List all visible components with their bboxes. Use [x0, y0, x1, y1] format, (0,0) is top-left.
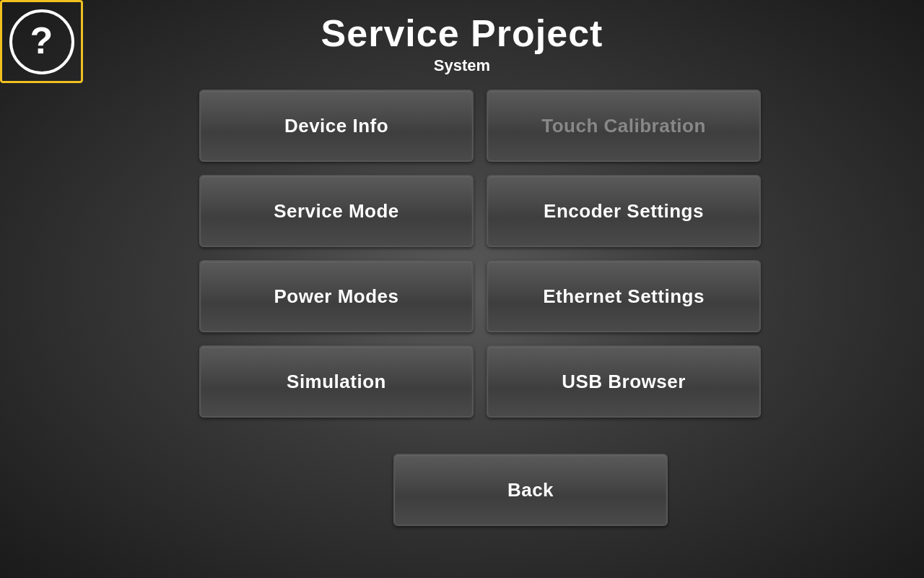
- help-button[interactable]: ?: [0, 0, 83, 83]
- page-title: Service Project: [321, 12, 603, 55]
- button-grid: Device Info Touch Calibration Service Mo…: [199, 90, 761, 418]
- device-info-button[interactable]: Device Info: [199, 90, 474, 162]
- touch-calibration-button[interactable]: Touch Calibration: [487, 90, 761, 162]
- back-area: Back: [393, 454, 668, 526]
- encoder-settings-button[interactable]: Encoder Settings: [487, 175, 761, 247]
- power-modes-button[interactable]: Power Modes: [199, 260, 474, 332]
- ethernet-settings-button[interactable]: Ethernet Settings: [487, 260, 761, 332]
- help-icon-circle: ?: [9, 9, 74, 74]
- page-subtitle: System: [434, 56, 490, 75]
- service-mode-button[interactable]: Service Mode: [199, 175, 474, 247]
- header: ? Service Project System: [0, 0, 924, 82]
- back-button[interactable]: Back: [393, 454, 668, 526]
- simulation-button[interactable]: Simulation: [199, 345, 474, 418]
- help-icon: ?: [30, 22, 53, 59]
- usb-browser-button[interactable]: USB Browser: [487, 345, 761, 418]
